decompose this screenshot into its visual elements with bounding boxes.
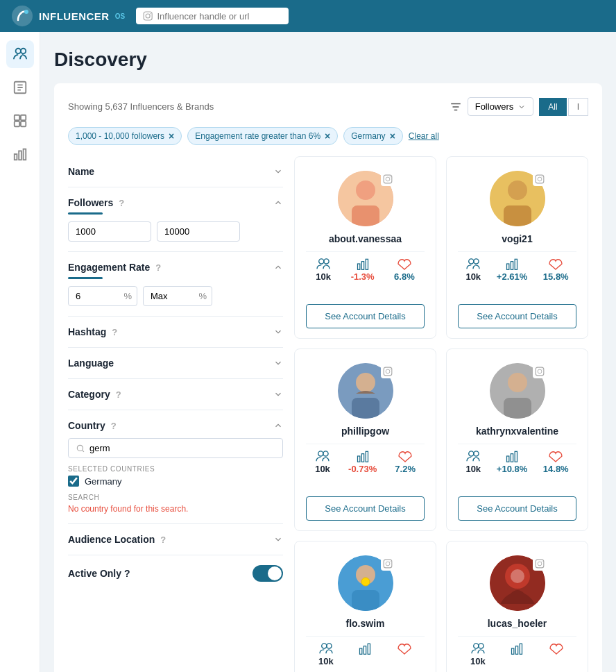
svg-point-43 (386, 369, 390, 373)
stat-engagement-5 (510, 642, 524, 666)
followers-min-input[interactable] (68, 221, 151, 242)
sidebar-item-discovery[interactable] (6, 40, 34, 68)
card-top-3: kathrynxvalentine 10k +10.8% (447, 349, 588, 489)
chip-remove[interactable]: × (325, 131, 330, 142)
svg-point-23 (319, 259, 324, 264)
engagement-chip[interactable]: Engagement rate greater than 6% × (187, 127, 338, 145)
see-details-button-0[interactable]: See Account Details (306, 304, 425, 328)
stats-2: 10k -0.73% 7.2% (306, 444, 425, 480)
see-details-button-3[interactable]: See Account Details (458, 496, 576, 521)
svg-rect-65 (384, 560, 392, 568)
influencer-card-4: flo.swim 10k (294, 541, 436, 672)
filter-audience-header[interactable]: Audience Location ? (68, 534, 283, 545)
filter-followers-header[interactable]: Followers ? (68, 197, 283, 208)
tab-all[interactable]: All (539, 98, 566, 116)
filter-engagement-label: Engagement Rate (68, 262, 150, 273)
card-top-4: flo.swim 10k (295, 541, 436, 672)
filter-followers-label: Followers (68, 197, 113, 208)
see-details-button-1[interactable]: See Account Details (458, 304, 576, 328)
filter-language-label: Language (68, 358, 114, 369)
svg-rect-36 (507, 264, 509, 269)
no-country-result: No country found for this search. (68, 504, 283, 514)
sidebar-item-content[interactable] (6, 107, 34, 135)
filter-name-header[interactable]: Name (68, 166, 283, 177)
sidebar-item-campaigns[interactable] (6, 74, 34, 101)
followers-help-icon[interactable]: ? (119, 198, 124, 208)
showing-text: Showing 5,637 Influencers & Brands (68, 101, 214, 112)
engagement-min-wrap: % (68, 286, 137, 306)
clear-all-button[interactable]: Clear all (409, 131, 439, 141)
svg-rect-12 (14, 154, 17, 160)
germany-chip[interactable]: Germany × (343, 127, 403, 145)
search-input[interactable] (157, 11, 282, 22)
stat-followers-5: 10k (470, 642, 486, 666)
bars-icon (510, 642, 524, 655)
filter-category-header[interactable]: Category ? (68, 389, 283, 400)
chevron-down-icon (273, 535, 283, 544)
heartrate-icon (397, 642, 412, 655)
germany-checkbox[interactable] (68, 476, 79, 487)
filter-country-label: Country (68, 420, 105, 431)
svg-point-56 (469, 451, 474, 456)
stat-engagement-4 (358, 642, 372, 666)
chevron-down-icon (273, 389, 283, 399)
filter-language-header[interactable]: Language (68, 358, 283, 369)
global-search[interactable] (136, 8, 289, 24)
stat-engagement-3: +10.8% (497, 450, 527, 474)
country-help-icon[interactable]: ? (111, 421, 117, 431)
filter-hashtag-header[interactable]: Hashtag ? (68, 326, 283, 337)
handle-4: flo.swim (345, 618, 384, 629)
heartrate-value-0: 6.8% (394, 271, 415, 282)
influencer-card-1: vogi21 10k +2.61% (446, 156, 588, 339)
svg-rect-42 (384, 367, 392, 376)
germany-label: Germany (85, 476, 121, 487)
stat-followers-0: 10k (316, 258, 331, 282)
filter-name: Name (68, 156, 283, 187)
sidebar-item-analytics[interactable] (6, 140, 34, 168)
svg-point-66 (386, 562, 390, 566)
svg-rect-58 (507, 456, 509, 462)
filter-category: Category ? (68, 379, 283, 410)
influencer-card-3: kathrynxvalentine 10k +10.8% (446, 348, 588, 531)
svg-point-78 (541, 561, 542, 562)
handle-1: vogi21 (502, 233, 532, 244)
engagement-max-wrap: % (143, 286, 212, 306)
people-icon (465, 450, 481, 462)
hashtag-help-icon[interactable]: ? (112, 327, 117, 337)
followers-chip[interactable]: 1,000 - 10,000 followers × (68, 127, 182, 145)
svg-point-4 (150, 13, 151, 14)
svg-point-33 (541, 176, 542, 177)
sort-dropdown[interactable]: Followers (468, 97, 534, 116)
instagram-badge-2 (381, 364, 395, 378)
svg-point-18 (356, 180, 375, 200)
stat-heartrate-2: 7.2% (395, 450, 416, 474)
filter-audience-location: Audience Location ? (68, 524, 283, 555)
category-help-icon[interactable]: ? (116, 389, 121, 400)
svg-point-0 (12, 6, 33, 26)
chip-remove[interactable]: × (390, 131, 395, 142)
svg-rect-81 (512, 648, 514, 654)
see-details-button-2[interactable]: See Account Details (306, 496, 425, 521)
tab-i[interactable]: I (568, 98, 588, 116)
stats-5: 10k (458, 636, 576, 672)
bars-icon (505, 258, 519, 270)
engagement-value-3: +10.8% (497, 464, 527, 474)
filter-and-results: Name Followers ? (68, 156, 588, 672)
active-only-help-icon[interactable]: ? (124, 568, 130, 579)
followers-max-input[interactable] (157, 221, 240, 242)
country-search-input[interactable] (89, 443, 275, 453)
svg-point-68 (322, 644, 327, 648)
svg-rect-60 (515, 451, 517, 462)
audience-help-icon[interactable]: ? (160, 535, 166, 545)
influencer-card-2: phillipgow 10k -0.73% (294, 348, 436, 531)
svg-rect-19 (352, 205, 379, 226)
germany-checkbox-row[interactable]: Germany (68, 476, 283, 487)
svg-point-64 (361, 578, 370, 586)
engagement-help-icon[interactable]: ? (155, 262, 161, 273)
filter-country-header[interactable]: Country ? (68, 420, 283, 431)
active-only-toggle[interactable] (253, 565, 283, 582)
chip-remove[interactable]: × (169, 131, 174, 142)
stat-engagement-0: -1.3% (351, 258, 375, 282)
filter-engagement-header[interactable]: Engagement Rate ? (68, 262, 283, 273)
card-top-0: about.vanessaa 10k -1.3% (295, 157, 436, 297)
